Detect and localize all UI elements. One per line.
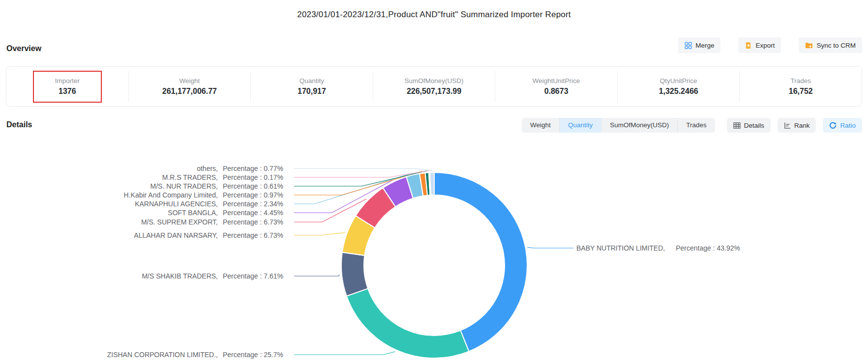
pie-label: ALLAHAR DAN NARSARY,Percentage : 6.73% — [0, 230, 292, 240]
pie-label: M/S SHAKIB TRADERS,Percentage : 7.61% — [0, 271, 292, 281]
pie-label-percentage: Percentage : 6.73% — [223, 217, 292, 227]
pie-label-name: M/S. NUR TRADERS, — [150, 181, 218, 191]
pie-label-line — [294, 275, 340, 276]
donut-segment[interactable] — [341, 252, 368, 296]
pie-label-line — [294, 352, 395, 355]
pie-label-percentage: Percentage : 43.92% — [676, 243, 740, 253]
donut-segment[interactable] — [434, 172, 527, 351]
pie-label-line — [294, 233, 345, 235]
donut-segment[interactable] — [430, 172, 434, 195]
pie-label: M/S. SUPREM EXPORT,Percentage : 6.73% — [0, 217, 292, 227]
pie-label-percentage: Percentage : 4.45% — [223, 208, 292, 218]
pie-label: others,Percentage : 0.77% — [0, 164, 292, 173]
pie-label-percentage: Percentage : 2.34% — [223, 199, 292, 209]
pie-label-name: M/S. SUPREM EXPORT, — [141, 217, 218, 227]
pie-label: BABY NUTRITION LIMITED,Percentage : 43.9… — [576, 243, 740, 253]
pie-label-percentage: Percentage : 0.61% — [223, 181, 292, 191]
pie-label-line — [294, 168, 432, 170]
pie-label-line — [527, 247, 573, 248]
pie-label-name: ALLAHAR DAN NARSARY, — [134, 230, 218, 240]
pie-label-name: others, — [197, 164, 218, 173]
pie-label: KARNAPHULI AGENCIES,Percentage : 2.34% — [0, 199, 292, 209]
pie-label-name: M.R.S TRADERS, — [162, 172, 218, 182]
pie-label: SOFT BANGLA,Percentage : 4.45% — [0, 208, 292, 218]
pie-label-name: H.Kabir And Company Limited, — [124, 190, 218, 200]
pie-label-name: ZISHAN CORPORATION LIMITED., — [107, 350, 218, 360]
donut-segment[interactable] — [347, 288, 469, 358]
pie-label: H.Kabir And Company Limited,Percentage :… — [0, 190, 292, 200]
pie-label-name: BABY NUTRITION LIMITED, — [576, 243, 665, 253]
pie-label-name: M/S SHAKIB TRADERS, — [142, 271, 218, 281]
pie-label: ZISHAN CORPORATION LIMITED.,Percentage :… — [0, 350, 292, 360]
pie-label-percentage: Percentage : 0.77% — [223, 164, 292, 173]
pie-label-percentage: Percentage : 7.61% — [223, 271, 292, 281]
pie-label-percentage: Percentage : 0.97% — [223, 190, 292, 200]
pie-label-name: SOFT BANGLA, — [168, 208, 218, 218]
pie-label-percentage: Percentage : 6.73% — [223, 230, 292, 240]
pie-label-percentage: Percentage : 25.7% — [223, 350, 292, 360]
pie-label: M.R.S TRADERS,Percentage : 0.17% — [0, 172, 292, 182]
pie-label: M/S. NUR TRADERS,Percentage : 0.61% — [0, 181, 292, 191]
pie-label-percentage: Percentage : 0.17% — [223, 172, 292, 182]
pie-label-name: KARNAPHULI AGENCIES, — [135, 199, 218, 209]
